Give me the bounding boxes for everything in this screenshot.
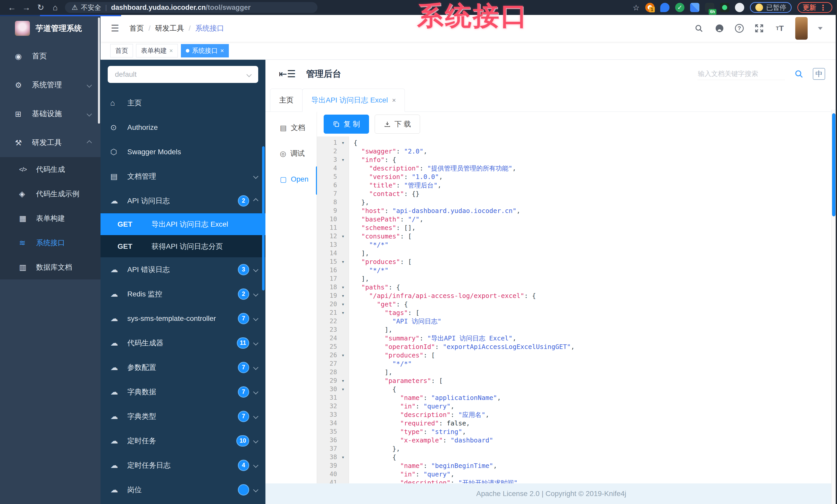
- update-button[interactable]: 更新 ⋮: [797, 2, 832, 13]
- fold-arrow-icon[interactable]: ▾: [337, 309, 349, 317]
- doc-tab[interactable]: 主页: [270, 89, 303, 112]
- sidebar-subitem[interactable]: ≋ 系统接口: [0, 230, 101, 255]
- code-editor[interactable]: 1▾{2 "swagger": "2.0",3▾ "info": {4 "des…: [317, 136, 837, 504]
- browser-menu-icon[interactable]: ⋮: [819, 3, 827, 12]
- api-group-select[interactable]: default: [108, 66, 258, 83]
- extension-icon[interactable]: [735, 3, 744, 12]
- tags-view-tab[interactable]: 首页: [110, 44, 133, 57]
- hamburger-icon[interactable]: ☰: [111, 23, 119, 34]
- count-badge: 7: [238, 362, 249, 373]
- fold-arrow-icon[interactable]: ▾: [337, 155, 349, 164]
- extension-icon[interactable]: 6h: [705, 3, 714, 12]
- fold-arrow-icon[interactable]: ▾: [337, 300, 349, 309]
- swagger-menu-item[interactable]: ☁ sys-sms-template-controller 7: [101, 306, 265, 331]
- breadcrumb-item[interactable]: 首页: [129, 23, 144, 33]
- swagger-menu-item[interactable]: ⌂ 主页: [101, 91, 265, 115]
- sidebar-item[interactable]: ⚒ 研发工具: [0, 128, 101, 157]
- language-toggle[interactable]: 中: [813, 68, 825, 80]
- doc-nav-item[interactable]: ▢ Open: [265, 172, 317, 186]
- bookmark-star-icon[interactable]: ☆: [633, 3, 640, 12]
- logo-row[interactable]: 芋道管理系统: [0, 15, 101, 42]
- swagger-menu-item[interactable]: ☁ 代码生成器 11: [101, 331, 265, 355]
- sidebar-subitem[interactable]: ◈ 代码生成示例: [0, 182, 101, 206]
- api-operation-row[interactable]: GET 获得API 访问日志分页: [101, 235, 265, 257]
- swagger-menu-item[interactable]: ☁ 参数配置 7: [101, 355, 265, 379]
- sidebar-subitem[interactable]: </> 代码生成: [0, 157, 101, 182]
- swagger-menu-item[interactable]: ☁ 岗位: [101, 478, 265, 502]
- swagger-scrollbar[interactable]: [262, 146, 265, 291]
- swagger-menu-item[interactable]: ☁ 字典类型 7: [101, 404, 265, 429]
- tags-view-tab[interactable]: 系统接口 ×: [181, 44, 229, 57]
- doc-search-input[interactable]: [697, 68, 785, 80]
- font-size-icon[interactable]: TT: [774, 23, 785, 34]
- breadcrumb-item[interactable]: 研发工具: [155, 23, 184, 33]
- code-line: 30▾ {: [317, 385, 837, 393]
- swagger-menu-item[interactable]: ☁ 定时任务日志 4: [101, 453, 265, 478]
- doc-nav-item[interactable]: ▤ 文档: [265, 120, 317, 135]
- fullscreen-icon[interactable]: [754, 23, 764, 34]
- fold-arrow-icon[interactable]: ▾: [337, 453, 349, 462]
- fold-arrow-icon[interactable]: ▾: [337, 232, 349, 241]
- user-avatar[interactable]: [795, 17, 808, 40]
- github-icon[interactable]: [714, 23, 725, 34]
- fold-spacer: [337, 402, 349, 411]
- fold-arrow-icon[interactable]: ▾: [337, 283, 349, 292]
- sidebar-subitem[interactable]: ▥ 数据库文档: [0, 255, 101, 279]
- fold-arrow-icon[interactable]: ▾: [337, 351, 349, 359]
- collapse-sidebar-icon[interactable]: ⇤☰: [279, 68, 296, 79]
- sidebar-item[interactable]: ◉ 首页: [0, 42, 101, 71]
- extension-icon[interactable]: [690, 3, 699, 12]
- forward-icon[interactable]: →: [19, 3, 34, 12]
- close-icon[interactable]: ×: [220, 47, 224, 54]
- swagger-menu-item[interactable]: ☁ Redis 监控 2: [101, 282, 265, 306]
- page-scrollbar-thumb[interactable]: [832, 113, 835, 216]
- close-icon[interactable]: ×: [392, 96, 396, 104]
- doc-nav-item[interactable]: ◎ 调试: [265, 146, 317, 161]
- doc-tab[interactable]: 导出API 访问日志 Excel ×: [302, 89, 405, 112]
- swagger-menu-item[interactable]: ⊙ Authorize: [101, 115, 265, 139]
- extension-icon[interactable]: [720, 3, 729, 12]
- swagger-menu-item[interactable]: ⬡ Swagger Models: [101, 139, 265, 164]
- dashboard-icon: ◉: [15, 52, 26, 61]
- tags-view-tab[interactable]: 表单构建 ×: [136, 44, 178, 57]
- back-icon[interactable]: ←: [5, 3, 19, 12]
- extension-icon[interactable]: ✓: [675, 3, 684, 12]
- paused-pill[interactable]: 已暂停: [750, 2, 791, 13]
- fold-arrow-icon[interactable]: ▾: [337, 258, 349, 266]
- help-icon[interactable]: ?: [735, 24, 744, 33]
- home-icon[interactable]: ⌂: [48, 3, 63, 12]
- doc-side-nav: ▤ 文档 ◎ 调试 ▢ Open: [265, 112, 317, 504]
- reload-icon[interactable]: ↻: [34, 3, 48, 12]
- fold-arrow-icon[interactable]: ▾: [337, 138, 349, 147]
- swagger-menu-item[interactable]: ☁ 定时任务 10: [101, 429, 265, 453]
- code-lines: 1▾{2 "swagger": "2.0",3▾ "info": {4 "des…: [317, 136, 837, 487]
- fold-spacer: [337, 266, 349, 275]
- api-operation-row[interactable]: GET 导出API 访问日志 Excel: [101, 213, 265, 235]
- sidebar-item[interactable]: ⚙ 系统管理: [0, 71, 101, 99]
- swagger-menu-item[interactable]: ☁ API 错误日志 3: [101, 257, 265, 282]
- fold-arrow-icon[interactable]: ▾: [337, 376, 349, 385]
- download-button[interactable]: 下 载: [375, 115, 420, 134]
- line-number: 25: [317, 342, 337, 351]
- address-bar[interactable]: ⚠ 不安全 | dashboard.yudao.iocoder.cn/tool/…: [65, 2, 318, 13]
- fold-spacer: [337, 436, 349, 445]
- extension-icon[interactable]: [660, 3, 670, 12]
- page-scrollbar-track[interactable]: [831, 109, 836, 504]
- code-line: 15▾ "produces": [: [317, 258, 837, 266]
- fold-arrow-icon[interactable]: ▾: [337, 385, 349, 393]
- sidebar-item[interactable]: ⊞ 基础设施: [0, 99, 101, 128]
- swagger-menu-item[interactable]: ☁ API 访问日志 2: [101, 188, 265, 213]
- sidebar-subitem[interactable]: ▦ 表单构建: [0, 206, 101, 230]
- search-icon[interactable]: [694, 23, 704, 34]
- copy-button[interactable]: 复 制: [324, 115, 369, 134]
- fold-arrow-icon[interactable]: ▾: [337, 292, 349, 300]
- sidebar-scrollbar[interactable]: [98, 18, 100, 124]
- extension-icon[interactable]: 1: [645, 3, 655, 12]
- swagger-menu-item[interactable]: ▤ 文档管理: [101, 164, 265, 188]
- chevron-down-icon[interactable]: [818, 27, 823, 30]
- code-line: 2 "swagger": "2.0",: [317, 147, 837, 155]
- code-line: 28 ],: [317, 368, 837, 376]
- close-icon[interactable]: ×: [169, 47, 173, 54]
- doc-search-icon[interactable]: [794, 69, 804, 79]
- swagger-menu-item[interactable]: ☁ 字典数据 7: [101, 379, 265, 404]
